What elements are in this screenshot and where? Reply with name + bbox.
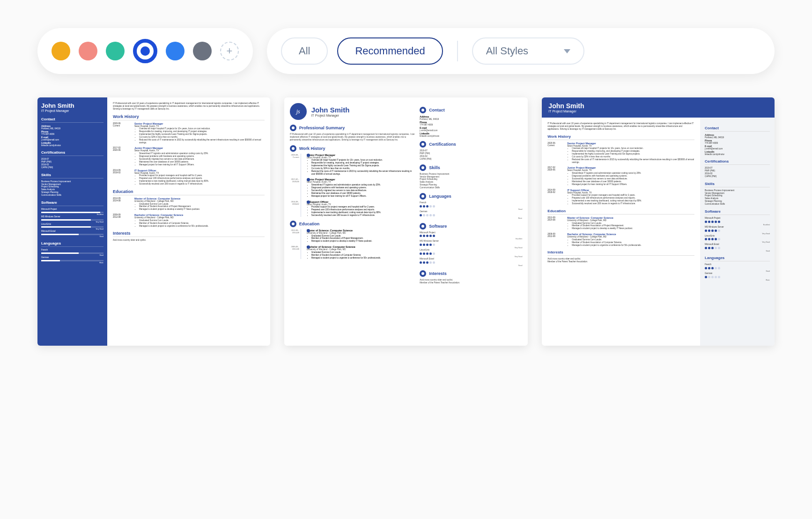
add-color-button[interactable]: + xyxy=(220,42,239,60)
work-entry: 2012-092014-08 Master of Science: Comput… xyxy=(547,216,694,230)
t2-right: Contact AddressPortland, ME, 04019 Phone… xyxy=(420,103,522,340)
resume-name: John Smith xyxy=(311,106,350,114)
work-icon xyxy=(290,145,296,152)
lang-icon xyxy=(420,193,426,200)
cert-icon xyxy=(420,141,426,148)
languages-heading: Languages xyxy=(41,241,103,247)
work-entry: 2009-09 - 2012-08 Bachelor of Science: C… xyxy=(307,245,415,259)
color-swatch-grey[interactable] xyxy=(193,42,212,60)
work-entry: 2012-092014-08 Master of Science: Comput… xyxy=(113,197,265,211)
t2-left: js John Smith IT Project Manager Profess… xyxy=(290,103,415,340)
work-entry: 2009-092012-08 Bachelor of Science: Comp… xyxy=(113,214,265,227)
work-entry: 2020-06Current Senior Project ManagerSet… xyxy=(547,142,694,164)
t3-sidebar: Contact AddressPortland, ME, 04019 Phone… xyxy=(700,118,775,346)
styles-dropdown[interactable]: All Styles xyxy=(472,37,584,65)
resume-title: IT Project Manager xyxy=(41,109,103,112)
contact-heading: Contact xyxy=(41,117,103,123)
resume-title: IT Project Manager xyxy=(548,110,768,113)
interests-heading: Interests xyxy=(113,231,265,237)
summary-text: IT Professional with over 10 years of ex… xyxy=(113,102,265,111)
education-heading: Education xyxy=(113,189,265,195)
divider xyxy=(457,41,458,61)
resume-name: John Smith xyxy=(548,102,768,110)
t3-main: IT Professional with over 10 years of ex… xyxy=(542,118,700,346)
work-entry: 2020-06 - Current Senior Project Manager… xyxy=(307,154,415,176)
work-entry: 2012-09 - 2014-08 Master of Science: Com… xyxy=(307,229,415,243)
chevron-down-icon xyxy=(564,49,570,53)
color-swatch-coral[interactable] xyxy=(79,42,97,60)
summary-icon xyxy=(290,125,296,131)
work-entry: 2017-022020-06 Junior Project ManagerSet… xyxy=(113,147,265,166)
filter-recommended[interactable]: Recommended xyxy=(337,37,443,65)
work-entry: 2017-02 - 2020-06 Junior Project Manager… xyxy=(307,178,415,197)
skills-icon xyxy=(420,164,426,171)
work-entry: 2017-022020-06 Junior Project ManagerSet… xyxy=(547,166,694,185)
work-entry: 2020-06Current Senior Project ManagerSet… xyxy=(113,122,265,144)
education-icon xyxy=(290,221,296,227)
contact-icon xyxy=(420,107,426,113)
resume-name: John Smith xyxy=(41,102,103,109)
color-palette: + xyxy=(37,28,253,74)
interests-icon xyxy=(420,270,426,277)
work-entry: 2014-092018-02 IT Support OfficerSeton H… xyxy=(547,189,694,205)
t1-sidebar: John Smith IT Project Manager Contact Ad… xyxy=(37,97,107,346)
filter-bar: All Recommended All Styles xyxy=(267,28,775,74)
t3-header: John Smith IT Project Manager xyxy=(542,97,775,118)
software-heading: Software xyxy=(41,200,103,206)
resume-template-3[interactable]: John Smith IT Project Manager IT Profess… xyxy=(542,97,775,346)
toolbar: + All Recommended All Styles xyxy=(37,28,775,74)
color-swatch-blue[interactable] xyxy=(166,42,185,60)
work-entry: 2014-092018-02 IT Support OfficerSeton H… xyxy=(113,169,265,185)
filter-all[interactable]: All xyxy=(281,37,328,65)
styles-dropdown-label: All Styles xyxy=(486,45,528,57)
resume-title: IT Project Manager xyxy=(311,114,350,117)
software-icon xyxy=(420,223,426,230)
work-history-heading: Work History xyxy=(113,114,265,120)
t1-main: IT Professional with over 10 years of ex… xyxy=(107,97,270,346)
certifications-heading: Certifications xyxy=(41,150,103,156)
color-swatch-amber[interactable] xyxy=(52,42,70,60)
skills-heading: Skills xyxy=(41,173,103,178)
resume-template-2[interactable]: js John Smith IT Project Manager Profess… xyxy=(284,97,528,346)
color-swatch-navy-selected[interactable] xyxy=(133,39,157,63)
avatar: js xyxy=(290,103,307,120)
color-swatch-teal[interactable] xyxy=(106,42,125,60)
work-entry: 2014-09 - 2018-02 IT Support OfficerSeto… xyxy=(307,200,415,217)
resume-template-1[interactable]: John Smith IT Project Manager Contact Ad… xyxy=(37,97,270,346)
work-entry: 2009-092012-08 Bachelor of Science: Comp… xyxy=(547,233,694,246)
template-gallery: John Smith IT Project Manager Contact Ad… xyxy=(37,97,775,346)
